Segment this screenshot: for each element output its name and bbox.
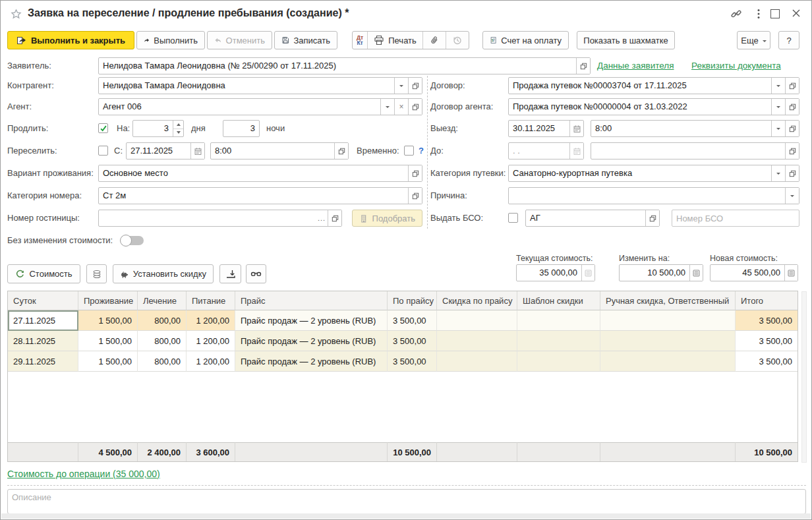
cell-ruchnaya[interactable] bbox=[600, 351, 736, 372]
agent-contract-field[interactable]: Продажа путевок №00000004 от 31.03.2022 bbox=[508, 98, 799, 115]
reason-value[interactable] bbox=[509, 188, 785, 204]
table-empty-area[interactable] bbox=[8, 372, 798, 442]
col-header-pitanie[interactable]: Питание bbox=[187, 291, 235, 310]
reason-field[interactable] bbox=[508, 187, 799, 204]
table-row[interactable]: 28.11.2025 1 500,00 800,00 1 200,00 Прай… bbox=[8, 331, 798, 351]
dropdown-icon[interactable] bbox=[785, 188, 799, 204]
cell-pitanie[interactable]: 1 200,00 bbox=[187, 331, 235, 351]
cell-shablon[interactable] bbox=[517, 351, 600, 372]
open-icon[interactable] bbox=[785, 121, 799, 136]
cell-skidka[interactable] bbox=[437, 331, 517, 351]
contract-field[interactable]: Продажа путевок №00003704 от 17.11.2025 bbox=[508, 77, 799, 94]
departure-date-field[interactable]: 30.11.2025 bbox=[508, 120, 584, 137]
agent-field[interactable]: Агент 006 × bbox=[98, 98, 422, 115]
choose-icon[interactable]: ... bbox=[316, 210, 328, 226]
current-cost-value[interactable]: 35 000,00 bbox=[517, 265, 581, 281]
open-icon[interactable] bbox=[334, 143, 348, 159]
prices-button[interactable] bbox=[86, 264, 107, 283]
until-date-value[interactable]: . . bbox=[509, 143, 569, 159]
table-row[interactable]: 29.11.2025 1 500,00 800,00 1 200,00 Прай… bbox=[8, 351, 798, 372]
table-row[interactable]: 27.11.2025 1 500,00 800,00 1 200,00 Прай… bbox=[8, 310, 798, 331]
cell-pitanie[interactable]: 1 200,00 bbox=[187, 351, 235, 372]
open-icon[interactable] bbox=[645, 210, 659, 226]
temporarily-checkbox[interactable] bbox=[404, 146, 414, 156]
cell-itogo[interactable]: 3 500,00 bbox=[736, 331, 798, 351]
cell-prozhivanie[interactable]: 1 500,00 bbox=[78, 310, 138, 331]
bso-number-input[interactable] bbox=[672, 210, 799, 227]
change-by-field[interactable]: 10 500,00 bbox=[619, 264, 703, 281]
dropdown-icon[interactable] bbox=[771, 99, 785, 115]
cancel-button[interactable]: Отменить bbox=[207, 31, 272, 49]
cell-po-praisu[interactable]: 3 500,00 bbox=[388, 351, 437, 372]
cell-ruchnaya[interactable] bbox=[600, 310, 736, 331]
bso-series-value[interactable]: АГ bbox=[526, 210, 645, 226]
voucher-category-value[interactable]: Санаторно-курортная путевка bbox=[509, 165, 771, 181]
open-icon[interactable] bbox=[408, 165, 422, 181]
open-icon[interactable] bbox=[785, 78, 799, 94]
open-icon[interactable] bbox=[408, 78, 422, 94]
cell-price[interactable]: Прайс продаж — 2 уровень (RUB) bbox=[235, 310, 388, 331]
voucher-category-field[interactable]: Санаторно-курортная путевка bbox=[508, 165, 799, 182]
cell-ruchnaya[interactable] bbox=[600, 331, 736, 351]
more-button[interactable]: Еще bbox=[737, 31, 770, 49]
cell-skidka[interactable] bbox=[437, 351, 517, 372]
contract-value[interactable]: Продажа путевок №00003704 от 17.11.2025 bbox=[509, 78, 771, 94]
maximize-icon[interactable] bbox=[770, 9, 780, 18]
relocate-date-field[interactable]: 27.11.2025 bbox=[126, 142, 205, 159]
hotel-room-field[interactable]: ... bbox=[98, 210, 342, 227]
col-header-price[interactable]: Прайс bbox=[235, 291, 388, 310]
clear-icon[interactable]: × bbox=[394, 99, 408, 115]
cell-prozhivanie[interactable]: 1 500,00 bbox=[78, 351, 138, 372]
no-cost-change-toggle[interactable] bbox=[120, 235, 145, 246]
until-date-field[interactable]: . . bbox=[508, 142, 584, 159]
applicant-value[interactable]: Нелидова Тамара Леонидовна (№ 25/00290 о… bbox=[99, 58, 576, 74]
calculator-icon[interactable] bbox=[784, 265, 798, 281]
temporarily-hint[interactable]: ? bbox=[419, 146, 424, 156]
hotel-room-value[interactable] bbox=[99, 210, 316, 226]
spinner-buttons[interactable] bbox=[173, 121, 183, 136]
open-icon[interactable] bbox=[785, 143, 799, 159]
dropdown-icon[interactable] bbox=[771, 121, 785, 136]
departure-time-value[interactable]: 8:00 bbox=[591, 121, 771, 136]
agent-contract-value[interactable]: Продажа путевок №00000004 от 31.03.2022 bbox=[509, 99, 771, 115]
execute-and-close-button[interactable]: Выполнить и закрыть bbox=[7, 31, 134, 49]
calendar-icon[interactable] bbox=[190, 143, 204, 159]
departure-time-field[interactable]: 8:00 bbox=[591, 120, 799, 137]
open-icon[interactable] bbox=[408, 99, 422, 115]
pick-room-button[interactable]: Подобрать bbox=[352, 210, 422, 227]
dropdown-icon[interactable] bbox=[771, 165, 785, 181]
room-category-field[interactable]: Ст 2м bbox=[98, 187, 422, 204]
open-icon[interactable] bbox=[785, 99, 799, 115]
departure-date-value[interactable]: 30.11.2025 bbox=[509, 121, 569, 136]
cell-po-praisu[interactable]: 3 500,00 bbox=[388, 331, 437, 351]
table-scrollbar[interactable] bbox=[801, 291, 807, 463]
new-cost-field[interactable]: 45 500,00 bbox=[710, 264, 798, 281]
dropdown-icon[interactable] bbox=[380, 99, 394, 115]
cell-itogo[interactable]: 3 500,00 bbox=[736, 310, 798, 331]
glasses-button[interactable] bbox=[246, 264, 266, 283]
cell-lechenie[interactable]: 800,00 bbox=[138, 331, 187, 351]
execute-button[interactable]: Выполнить bbox=[136, 31, 205, 49]
set-discount-button[interactable]: Установить скидку bbox=[113, 264, 214, 283]
save-button[interactable]: Записать bbox=[274, 31, 337, 49]
extend-nights-value[interactable]: 3 bbox=[223, 121, 259, 136]
cell-pitanie[interactable]: 1 200,00 bbox=[187, 310, 235, 331]
cell-date[interactable]: 29.11.2025 bbox=[8, 351, 78, 372]
favorite-star-icon[interactable] bbox=[10, 8, 22, 20]
stay-option-field[interactable]: Основное место bbox=[98, 165, 422, 182]
col-header-ruchnaya[interactable]: Ручная скидка, Ответственный bbox=[600, 291, 736, 310]
document-details-link[interactable]: Реквизиты документа bbox=[691, 61, 781, 71]
fill-button[interactable] bbox=[219, 264, 241, 283]
relocate-date-value[interactable]: 27.11.2025 bbox=[127, 143, 190, 159]
counterparty-field[interactable]: Нелидова Тамара Леонидовна bbox=[98, 77, 422, 94]
relocate-time-field[interactable]: 8:00 bbox=[210, 142, 349, 159]
get-link-icon[interactable] bbox=[730, 7, 743, 20]
col-header-sutok[interactable]: Суток bbox=[8, 291, 78, 310]
description-input[interactable] bbox=[7, 489, 806, 514]
stay-option-value[interactable]: Основное место bbox=[99, 165, 408, 181]
print-button[interactable]: Печать bbox=[367, 32, 422, 49]
cell-price[interactable]: Прайс продаж — 2 уровень (RUB) bbox=[235, 351, 388, 372]
dropdown-icon[interactable] bbox=[771, 78, 785, 94]
open-icon[interactable] bbox=[408, 188, 422, 204]
applicant-field[interactable]: Нелидова Тамара Леонидовна (№ 25/00290 о… bbox=[98, 57, 591, 74]
